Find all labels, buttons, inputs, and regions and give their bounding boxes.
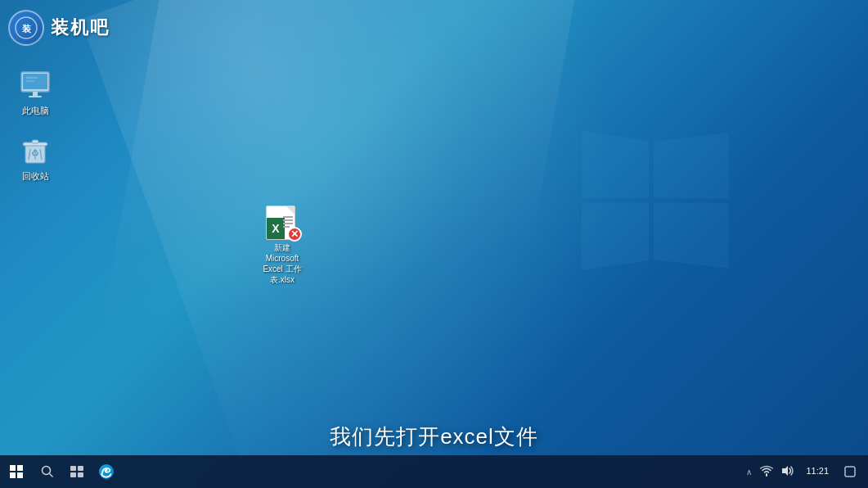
- svg-marker-2: [582, 203, 649, 270]
- svg-marker-0: [582, 131, 649, 198]
- excel-file-icon-img: X ✕: [266, 206, 299, 239]
- edge-taskbar-button[interactable]: [92, 455, 121, 488]
- this-pc-icon-img: [19, 69, 52, 102]
- svg-line-20: [50, 474, 53, 477]
- delete-cursor-icon: ✕: [287, 227, 302, 242]
- taskbar-left: [0, 455, 121, 488]
- svg-rect-27: [845, 467, 855, 477]
- subtitle-text: 我们先打开excel文件: [0, 422, 868, 451]
- volume-tray-icon[interactable]: [780, 465, 796, 479]
- svg-text:♻: ♻: [31, 148, 39, 158]
- svg-rect-23: [70, 472, 76, 477]
- network-tray-icon[interactable]: [758, 465, 775, 479]
- svg-marker-26: [782, 466, 788, 476]
- notification-center-button[interactable]: [839, 455, 861, 488]
- branding-area: 装 装机吧: [8, 10, 110, 46]
- svg-rect-8: [33, 92, 38, 96]
- desktop-icon-recycle-bin[interactable]: ♻ 回收站: [7, 131, 64, 185]
- system-tray: ∧: [744, 455, 861, 488]
- task-view-button[interactable]: [62, 455, 92, 488]
- system-clock[interactable]: 11:21: [801, 465, 834, 477]
- windows-start-icon: [10, 465, 23, 478]
- svg-marker-1: [654, 133, 729, 198]
- this-pc-label: 此电脑: [22, 105, 49, 116]
- svg-rect-14: [32, 140, 38, 143]
- recycle-bin-icon-img: ♻: [19, 134, 52, 167]
- taskbar-right: ∧: [744, 455, 868, 488]
- svg-marker-3: [654, 203, 729, 269]
- desktop-icon-excel-file[interactable]: X ✕ 新建MicrosoftExcel 工作表.xlsx: [254, 203, 311, 288]
- brand-name: 装机吧: [51, 16, 110, 40]
- start-button[interactable]: [0, 455, 33, 488]
- svg-rect-21: [70, 466, 76, 471]
- light-beam: [79, 0, 574, 488]
- search-button[interactable]: [33, 455, 62, 488]
- taskbar: ∧: [0, 455, 868, 488]
- clock-time: 11:21: [806, 465, 829, 477]
- brand-logo: 装: [8, 10, 44, 46]
- svg-point-19: [43, 467, 51, 475]
- desktop: 装 装机吧 此电脑: [0, 0, 868, 488]
- svg-text:装: 装: [22, 24, 32, 34]
- svg-rect-22: [78, 466, 83, 471]
- desktop-icon-this-pc[interactable]: 此电脑: [7, 66, 64, 120]
- show-hidden-icons-button[interactable]: ∧: [744, 468, 753, 477]
- svg-rect-9: [29, 96, 42, 97]
- excel-file-label: 新建MicrosoftExcel 工作表.xlsx: [263, 242, 301, 285]
- svg-rect-24: [78, 472, 83, 477]
- recycle-bin-label: 回收站: [22, 170, 49, 182]
- windows-logo-watermark: [573, 123, 737, 287]
